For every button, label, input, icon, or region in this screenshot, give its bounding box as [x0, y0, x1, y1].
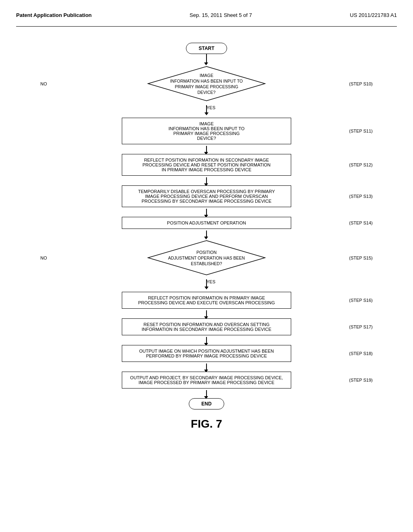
step-s16-process: REFLECT POSITION INFORMATION IN PRIMARY …: [122, 292, 291, 309]
step-s10-text: IMAGEINFORMATION HAS BEEN INPUT TOPRIMAR…: [166, 72, 247, 95]
step-s10-row: NO IMAGEINFORMATION HAS BEEN INPUT TOPRI…: [16, 64, 397, 103]
end-row: END: [16, 398, 397, 409]
step-s16-row: REFLECT POSITION INFORMATION IN PRIMARY …: [16, 292, 397, 309]
step-s12-label: (STEP S12): [349, 162, 373, 167]
header-patent-number: US 2011/221783 A1: [350, 12, 397, 18]
step-s19-label: (STEP S19): [349, 378, 373, 382]
step-s17-label: (STEP S17): [349, 324, 373, 329]
end-terminal: END: [189, 398, 224, 409]
start-row: START: [16, 43, 397, 54]
step-s12-row: REFLECT POSITION INFORMATION IN SECONDAR…: [16, 154, 397, 176]
step-s15-no-label: NO: [40, 256, 47, 260]
header-publication: Patent Application Publication: [16, 12, 92, 18]
step-s10-diamond: IMAGEINFORMATION HAS BEEN INPUT TOPRIMAR…: [146, 64, 267, 103]
step-s13-label: (STEP S13): [349, 194, 373, 199]
step-s13-row: TEMPORARILY DISABLE OVERSCAN PROCESSING …: [16, 185, 397, 207]
header-date-sheet: Sep. 15, 2011 Sheet 5 of 7: [190, 12, 252, 18]
figure-label: FIG. 7: [191, 418, 222, 430]
page: Patent Application Publication Sep. 15, …: [0, 0, 413, 532]
flowchart: START NO IMAGEINFORMATION HAS BEEN INPUT…: [16, 39, 397, 434]
step-s15-label: (STEP S15): [349, 256, 373, 260]
step-s19-row: OUTPUT AND PROJECT, BY SECONDARY IMAGE P…: [16, 372, 397, 389]
step-s18-row: OUTPUT IMAGE ON WHICH POSITION ADJUSTMEN…: [16, 345, 397, 362]
step-s11-process: IMAGE INFORMATION HAS BEEN INPUT TO PRIM…: [122, 118, 291, 144]
step-s10-no-label: NO: [40, 81, 47, 86]
step-s19-process: OUTPUT AND PROJECT, BY SECONDARY IMAGE P…: [122, 372, 291, 389]
start-terminal: START: [186, 43, 227, 54]
step-s16-label: (STEP S16): [349, 298, 373, 303]
step-s13-process: TEMPORARILY DISABLE OVERSCAN PROCESSING …: [122, 185, 291, 207]
step-s15-text: POSITIONADJUSTMENT OPERATION HAS BEENEST…: [166, 249, 247, 266]
step-s18-label: (STEP S18): [349, 351, 373, 356]
step-s11-row: IMAGE INFORMATION HAS BEEN INPUT TO PRIM…: [16, 118, 397, 144]
step-s14-label: (STEP S14): [349, 220, 373, 225]
page-header: Patent Application Publication Sep. 15, …: [16, 8, 397, 27]
step-s14-process: POSITION ADJUSTMENT OPERATION: [122, 217, 291, 229]
step-s12-process: REFLECT POSITION INFORMATION IN SECONDAR…: [122, 154, 291, 176]
step-s18-process: OUTPUT IMAGE ON WHICH POSITION ADJUSTMEN…: [122, 345, 291, 362]
step-s15-diamond: POSITIONADJUSTMENT OPERATION HAS BEENEST…: [146, 239, 267, 277]
step-s15-row: NO POSITIONADJUSTMENT OPERATION HAS BEEN…: [16, 239, 397, 277]
step-s17-row: RESET POSITION INFORMATION AND OVERSCAN …: [16, 318, 397, 335]
step-s10-label: (STEP S10): [349, 81, 373, 86]
step-s11-label: (STEP S11): [349, 129, 373, 133]
step-s17-process: RESET POSITION INFORMATION AND OVERSCAN …: [122, 318, 291, 335]
step-s14-row: POSITION ADJUSTMENT OPERATION (STEP S14): [16, 217, 397, 229]
